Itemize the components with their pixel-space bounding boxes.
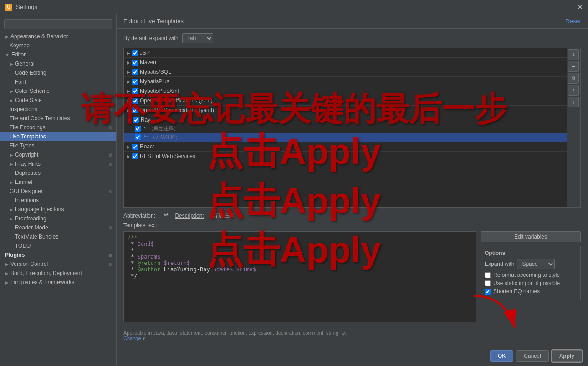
tpl-group-header-mybatis-sql[interactable]: ▶ Mybatis/SQL: [124, 67, 567, 76]
sidebar-item-editor[interactable]: ▼ Editor: [0, 50, 116, 59]
sidebar-item-file-code-templates[interactable]: File and Code Templates: [0, 114, 116, 123]
sidebar-item-label: Live Templates: [10, 133, 46, 140]
tpl-item-attr-comment[interactable]: * （属性注释）: [124, 124, 567, 133]
sidebar-item-todo[interactable]: TODO: [0, 241, 116, 250]
expand-select[interactable]: Tab: [182, 33, 213, 43]
sidebar-item-keymap[interactable]: Keymap: [0, 41, 116, 50]
group-checkbox-openapi-json[interactable]: [132, 98, 138, 104]
sidebar-item-languages[interactable]: ▶ Languages & Frameworks: [0, 278, 116, 287]
tpl-group-header-ray[interactable]: ▼ Ray: [124, 115, 567, 124]
move-down-button[interactable]: ↓: [568, 97, 579, 107]
tpl-group-header-restful[interactable]: ▶ RESTful Web Services: [124, 152, 567, 161]
tpl-item-method-comment[interactable]: ** （方法注释）: [124, 133, 567, 142]
sidebar-item-file-types[interactable]: File Types: [0, 141, 116, 150]
dropdown-icon: ▾: [143, 336, 145, 341]
sidebar-item-font[interactable]: Font: [0, 77, 116, 86]
apply-button[interactable]: Apply: [552, 350, 582, 362]
sidebar-item-label: General: [15, 61, 35, 67]
sidebar-item-general[interactable]: ▶ General: [0, 59, 116, 68]
sidebar-item-file-encodings[interactable]: File Encodings ⊠: [0, 123, 116, 132]
group-label: MybatisPlus: [140, 78, 169, 85]
tpl-group-react: ▶ React: [124, 142, 567, 152]
sidebar-item-gui-designer[interactable]: GUI Designer ⊠: [0, 187, 116, 196]
indicator-icon: ⊠: [109, 262, 112, 267]
group-checkbox-ray[interactable]: [133, 117, 139, 123]
sidebar-item-proofreading[interactable]: ▶ Proofreading: [0, 214, 116, 223]
sidebar-item-reader-mode[interactable]: Reader Mode ⊠: [0, 223, 116, 232]
tpl-group-header-react[interactable]: ▶ React: [124, 142, 567, 151]
sidebar-item-label: Editor: [11, 51, 26, 58]
ok-button[interactable]: OK: [490, 350, 513, 362]
add-template-button[interactable]: +: [568, 49, 579, 60]
tpl-group-header-openapi-yaml[interactable]: ▶ OpenAPI Specifications (yaml): [124, 106, 567, 115]
cancel-button[interactable]: Cancel: [516, 350, 548, 362]
group-checkbox-react[interactable]: [132, 144, 138, 150]
sidebar-item-textmate[interactable]: TextMate Bundles: [0, 232, 116, 241]
sidebar-item-language-injections[interactable]: ▶ Language Injections: [0, 205, 116, 214]
item-checkbox-method[interactable]: [135, 134, 141, 140]
change-link[interactable]: Change: [123, 336, 141, 341]
tpl-group-header-jsp[interactable]: ▶ JSP: [124, 48, 567, 57]
shorten-eq-checkbox[interactable]: [485, 289, 491, 295]
sidebar-item-intentions[interactable]: Intentions: [0, 196, 116, 205]
arrow-icon: ▶: [5, 262, 9, 267]
options-panel: Options Expand with Space: [481, 246, 581, 300]
sidebar-item-inspections[interactable]: Inspections ⊠: [0, 105, 116, 114]
sidebar-item-duplicates[interactable]: Duplicates: [0, 168, 116, 178]
expand-icon: ▶: [127, 154, 130, 159]
main-content: Editor › Live Templates Reset By default…: [117, 14, 588, 366]
sidebar-item-label: Reader Mode: [15, 224, 48, 231]
item-checkbox-attr[interactable]: [135, 126, 141, 132]
group-checkbox-maven[interactable]: [132, 60, 138, 66]
group-checkbox-restful[interactable]: [132, 153, 138, 159]
sidebar-item-inlay-hints[interactable]: ▶ Inlay Hints ⊠: [0, 159, 116, 168]
tpl-group-header-mybatisplusxml[interactable]: ▶ MybatisPlusXml: [124, 86, 567, 96]
indicator-icon: ⊠: [109, 125, 112, 130]
sidebar-item-label: Languages & Frameworks: [10, 279, 74, 285]
sidebar-item-code-editing[interactable]: Code Editing: [0, 68, 116, 77]
expand-with-select[interactable]: Space: [517, 259, 555, 269]
template-editor-row: /** * $end$ * * $param$ * @return $retur…: [123, 231, 581, 322]
group-checkbox-jsp[interactable]: [132, 50, 138, 56]
sidebar-item-build[interactable]: ▶ Build, Execution, Deployment: [0, 269, 116, 278]
sidebar-item-plugins[interactable]: Plugins ⊠: [0, 250, 116, 259]
remove-template-button[interactable]: −: [568, 61, 579, 72]
sidebar-item-label: TODO: [15, 243, 31, 249]
close-button[interactable]: ✕: [577, 3, 583, 11]
template-editor[interactable]: /** * $end$ * * $param$ * @return $retur…: [123, 231, 476, 322]
indicator-icon: ⊠: [109, 189, 112, 194]
sidebar-item-emmet[interactable]: ▶ Emmet: [0, 178, 116, 187]
arrow-icon: ▼: [5, 52, 10, 57]
tpl-group-mybatisplusxml: ▶ MybatisPlusXml: [124, 86, 567, 96]
move-up-button[interactable]: ↑: [568, 85, 579, 96]
abbreviation-value: **: [164, 213, 168, 219]
group-checkbox-mybatis-sql[interactable]: [132, 69, 138, 75]
sidebar-item-code-style[interactable]: ▶ Code Style: [0, 96, 116, 105]
reset-button[interactable]: Reset: [565, 18, 581, 25]
search-input[interactable]: [4, 19, 112, 29]
copy-template-button[interactable]: ⧉: [568, 73, 579, 84]
tpl-group-header-maven[interactable]: ▶ Maven: [124, 58, 567, 67]
sidebar-item-appearance[interactable]: ▶ Appearance & Behavior: [0, 32, 116, 41]
sidebar-item-version-control[interactable]: ▶ Version Control ⊠: [0, 259, 116, 269]
description-value: 方法注释: [213, 212, 235, 219]
tpl-group-header-openapi-json[interactable]: ▶ OpenAPI Specifications (json): [124, 96, 567, 105]
sidebar-item-copyright[interactable]: ▶ Copyright ⊠: [0, 150, 116, 159]
sidebar-item-label: Version Control: [10, 261, 48, 267]
sidebar-item-live-templates[interactable]: Live Templates: [0, 132, 116, 141]
arrow-icon: ▶: [10, 162, 13, 167]
template-actions: + − ⧉ ↑ ↓: [567, 48, 581, 208]
tpl-group-ray: ▼ Ray * （属性注释）: [124, 115, 567, 142]
reformat-checkbox[interactable]: [485, 272, 491, 278]
group-checkbox-mybatisplus[interactable]: [132, 79, 138, 85]
group-label: OpenAPI Specifications (json): [140, 97, 212, 104]
indicator-icon: ⊠: [109, 162, 112, 167]
arrow-icon: ▶: [5, 280, 9, 285]
edit-variables-button[interactable]: Edit variables: [481, 231, 581, 242]
group-checkbox-mybatisplusxml[interactable]: [132, 88, 138, 94]
title-bar: U Settings ✕: [0, 0, 588, 14]
tpl-group-header-mybatisplus[interactable]: ▶ MybatisPlus: [124, 77, 567, 86]
group-checkbox-openapi-yaml[interactable]: [132, 107, 138, 113]
static-import-checkbox[interactable]: [485, 280, 491, 286]
sidebar-item-color-scheme[interactable]: ▶ Color Scheme: [0, 86, 116, 96]
